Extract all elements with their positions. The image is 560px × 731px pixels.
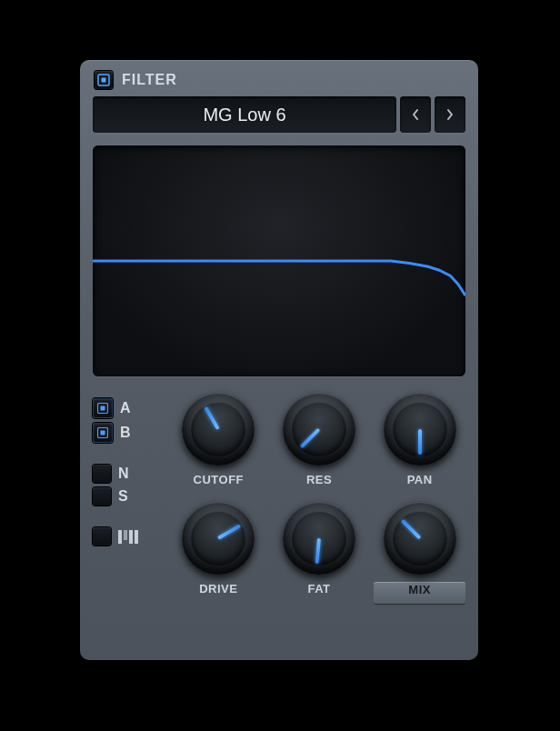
module-enable-toggle[interactable]	[95, 71, 113, 89]
target-icon	[97, 74, 110, 86]
route-n-label: N	[118, 466, 129, 482]
route-b-label: B	[120, 425, 131, 441]
preset-prev-button[interactable]	[400, 96, 431, 133]
mix-label: MIX	[374, 582, 465, 604]
preset-next-button[interactable]	[435, 96, 465, 133]
pan-label: PAN	[374, 473, 465, 495]
route-s-label: S	[118, 488, 128, 505]
route-a-label: A	[120, 400, 131, 416]
svg-rect-5	[101, 431, 105, 436]
svg-rect-1	[102, 78, 106, 83]
cutoff-label: CUTOFF	[173, 473, 265, 495]
filter-panel: FILTER MG Low 6	[80, 60, 478, 660]
chevron-right-icon	[445, 108, 455, 121]
keyboard-icon	[118, 530, 138, 544]
fat-label: FAT	[274, 582, 365, 604]
preset-bar: MG Low 6	[93, 96, 465, 133]
route-b-toggle[interactable]	[93, 423, 113, 443]
panel-title: FILTER	[122, 72, 177, 88]
panel-header: FILTER	[93, 60, 465, 96]
drive-label: DRIVE	[173, 582, 265, 604]
route-n-toggle[interactable]	[93, 465, 111, 483]
lower-section: A B N S	[93, 393, 465, 604]
route-a-toggle[interactable]	[93, 398, 113, 418]
routing-column: A B N S	[93, 393, 156, 604]
route-s-toggle[interactable]	[93, 487, 111, 506]
fat-knob[interactable]	[283, 502, 355, 575]
res-knob[interactable]	[283, 393, 355, 466]
filter-response-display[interactable]	[93, 145, 465, 376]
preset-display[interactable]: MG Low 6	[93, 96, 396, 133]
pan-knob[interactable]	[384, 393, 456, 466]
res-label: RES	[274, 473, 365, 495]
drive-knob[interactable]	[182, 502, 255, 575]
cutoff-knob[interactable]	[182, 393, 255, 466]
active-icon	[97, 427, 108, 438]
chevron-left-icon	[411, 108, 420, 121]
filter-curve	[93, 145, 465, 376]
mix-knob[interactable]	[384, 502, 456, 575]
knob-grid: CUTOFF RES PAN DRIVE FAT MIX	[173, 393, 465, 604]
active-icon	[97, 403, 108, 414]
svg-rect-3	[101, 406, 105, 411]
keyboard-tracking-toggle[interactable]	[93, 527, 111, 546]
